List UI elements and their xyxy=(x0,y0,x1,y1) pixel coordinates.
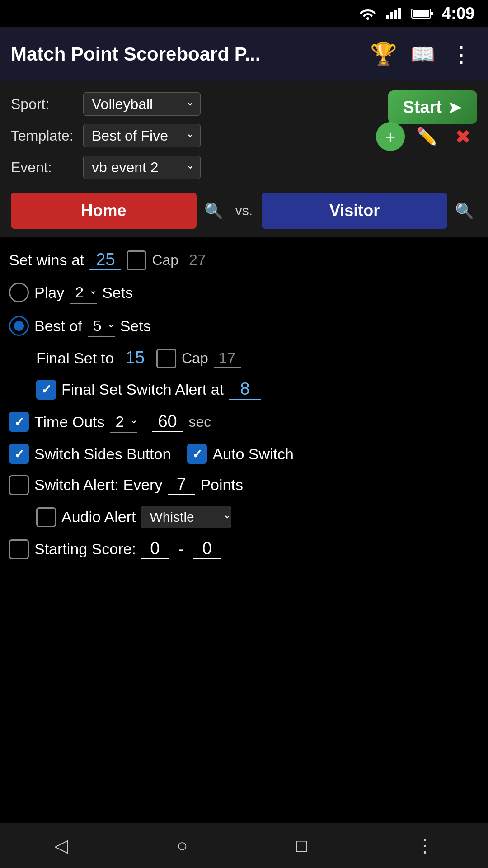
more-options-button[interactable]: ⋮ xyxy=(446,38,477,70)
start-arrow-icon: ➤ xyxy=(447,97,463,118)
battery-icon xyxy=(411,8,434,19)
nav-more-icon: ⋮ xyxy=(416,835,434,855)
visitor-search-button[interactable]: 🔍 xyxy=(452,198,477,223)
home-tab[interactable]: Home xyxy=(11,193,197,229)
book-button[interactable]: 📖 xyxy=(407,38,438,70)
visitor-tab[interactable]: Visitor xyxy=(262,193,447,229)
final-set-cap-label: Cap xyxy=(182,350,208,367)
start-label: Start xyxy=(403,98,442,117)
trophy-icon: 🏆 xyxy=(370,42,397,67)
switch-alert-label: Switch Alert: Every xyxy=(34,476,162,494)
best-of-row: Best of 3 5 Sets xyxy=(9,315,479,337)
event-label: Event: xyxy=(11,159,83,176)
app-title: Match Point Scoreboard P... xyxy=(11,43,361,65)
play-sets-label: Sets xyxy=(102,284,133,302)
starting-score-checkbox[interactable] xyxy=(9,539,29,559)
audio-alert-label: Audio Alert xyxy=(61,508,136,526)
final-set-cap-checkbox[interactable] xyxy=(156,349,176,368)
sport-row: Sport: Volleyball Start ➤ xyxy=(11,90,477,118)
switch-alert-input[interactable] xyxy=(168,475,195,495)
starting-score-input2[interactable] xyxy=(193,539,221,559)
svg-rect-7 xyxy=(413,10,429,17)
status-time: 4:09 xyxy=(442,4,474,23)
edit-event-button[interactable]: ✏️ xyxy=(412,122,441,151)
play-sets-radio[interactable] xyxy=(9,283,29,302)
search-icon-home: 🔍 xyxy=(204,202,223,220)
switch-sides-checkbox[interactable] xyxy=(9,444,29,464)
pencil-icon: ✏️ xyxy=(416,127,437,146)
set-wins-label: Set wins at xyxy=(9,251,84,269)
nav-bar: ◁ ○ □ ⋮ xyxy=(0,823,488,868)
play-label: Play xyxy=(34,284,64,302)
sport-select[interactable]: Volleyball xyxy=(83,92,201,116)
score-separator: - xyxy=(174,540,188,558)
best-of-radio[interactable] xyxy=(9,316,29,336)
set-wins-input[interactable] xyxy=(89,250,121,270)
nav-more-button[interactable]: ⋮ xyxy=(407,826,443,865)
svg-rect-1 xyxy=(386,15,389,19)
final-set-switch-alert-label: Final Set Switch Alert at xyxy=(61,381,224,398)
audio-alert-checkbox[interactable] xyxy=(36,507,56,527)
best-of-label: Best of xyxy=(34,317,82,335)
final-set-switch-alert-checkbox[interactable] xyxy=(36,380,56,400)
set-wins-cap-checkbox[interactable] xyxy=(127,250,146,270)
final-set-input[interactable] xyxy=(119,348,151,368)
book-icon: 📖 xyxy=(410,42,435,66)
starting-score-row: Starting Score: - xyxy=(9,539,479,559)
settings-section: Set wins at Cap 27 Play 2 3 Sets Best of… xyxy=(0,241,488,584)
final-set-row: Final Set to Cap 17 xyxy=(36,348,479,368)
template-label: Template: xyxy=(11,127,83,144)
sport-dropdown[interactable]: Volleyball xyxy=(90,95,194,113)
template-row: Template: Best of Five ＋ ✏️ ✖ xyxy=(11,122,477,149)
final-set-switch-alert-row: Final Set Switch Alert at xyxy=(36,379,479,400)
add-icon: ＋ xyxy=(382,126,399,148)
svg-rect-4 xyxy=(398,8,401,19)
home-nav-button[interactable]: ○ xyxy=(168,826,197,865)
audio-alert-dropdown[interactable]: Whistle Beep Buzzer xyxy=(141,506,231,528)
switch-sides-row: Switch Sides Button Auto Switch xyxy=(9,444,479,464)
time-outs-label: Time Outs xyxy=(34,413,105,431)
set-wins-cap-label: Cap xyxy=(152,252,178,269)
search-icon-visitor: 🔍 xyxy=(455,202,474,220)
team-tabs: Home 🔍 vs. Visitor 🔍 xyxy=(11,189,477,232)
square-icon: □ xyxy=(296,835,307,855)
delete-event-button[interactable]: ✖ xyxy=(448,122,477,151)
auto-switch-checkbox[interactable] xyxy=(187,444,207,464)
sec-label: sec xyxy=(189,414,211,430)
event-select[interactable]: vb event 2 xyxy=(83,156,201,179)
starting-score-input1[interactable] xyxy=(141,539,169,559)
svg-point-0 xyxy=(366,17,369,20)
back-icon: ◁ xyxy=(54,835,68,855)
home-icon: ○ xyxy=(177,835,188,855)
set-wins-row: Set wins at Cap 27 xyxy=(9,250,479,270)
time-outs-sec-input[interactable] xyxy=(152,412,183,432)
play-count-dropdown[interactable]: 2 3 xyxy=(70,281,97,304)
add-event-button[interactable]: ＋ xyxy=(376,122,405,151)
play-sets-row: Play 2 3 Sets xyxy=(9,281,479,304)
best-of-sets-label: Sets xyxy=(120,317,151,335)
app-bar: Match Point Scoreboard P... 🏆 📖 ⋮ xyxy=(0,27,488,81)
svg-rect-3 xyxy=(394,10,397,19)
start-button[interactable]: Start ➤ xyxy=(388,90,477,124)
time-outs-count-dropdown[interactable]: 1 2 3 xyxy=(110,410,137,433)
time-outs-checkbox[interactable] xyxy=(9,412,29,432)
audio-alert-row: Audio Alert Whistle Beep Buzzer xyxy=(36,506,479,528)
switch-sides-label: Switch Sides Button xyxy=(34,445,171,463)
close-icon: ✖ xyxy=(455,126,471,148)
back-nav-button[interactable]: ◁ xyxy=(45,826,77,865)
event-dropdown[interactable]: vb event 2 xyxy=(90,159,194,176)
set-wins-cap-value: 27 xyxy=(184,251,211,269)
wifi-icon xyxy=(359,7,377,20)
template-dropdown[interactable]: Best of Five xyxy=(90,127,194,144)
vs-label: vs. xyxy=(231,203,257,218)
trophy-button[interactable]: 🏆 xyxy=(368,38,399,70)
recents-nav-button[interactable]: □ xyxy=(287,826,316,865)
svg-rect-2 xyxy=(390,12,393,19)
home-search-button[interactable]: 🔍 xyxy=(201,198,226,223)
main-content: Sport: Volleyball Start ➤ Template: Best… xyxy=(0,81,488,237)
template-select[interactable]: Best of Five xyxy=(83,124,201,147)
best-of-count-dropdown[interactable]: 3 5 xyxy=(88,315,115,337)
switch-alert-checkbox[interactable] xyxy=(9,475,29,495)
final-set-switch-alert-input[interactable] xyxy=(229,379,261,400)
more-icon: ⋮ xyxy=(450,42,472,67)
